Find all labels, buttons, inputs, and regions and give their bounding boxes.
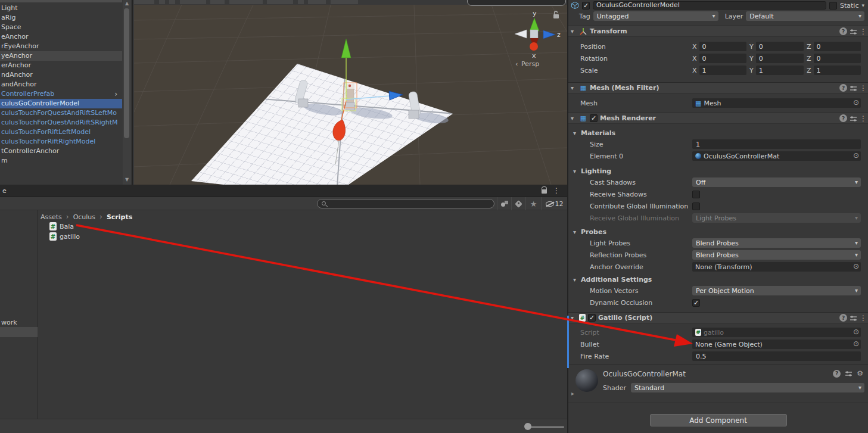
thumbnail-zoom-slider-knob[interactable]: [524, 423, 531, 430]
toolbar-segment[interactable]: [298, 0, 304, 4]
component-menu-icon[interactable]: ⋮: [860, 84, 864, 92]
hierarchy-item[interactable]: ndAnchor: [0, 70, 122, 80]
toolbar-search-field[interactable]: [467, 0, 566, 6]
tag-dropdown[interactable]: Untagged: [593, 11, 718, 21]
hierarchy-item[interactable]: culusTouchForRiftLeftModel: [0, 127, 122, 137]
hierarchy-item[interactable]: culusTouchForRiftRightModel: [0, 137, 122, 147]
receive-shadows-checkbox[interactable]: [692, 191, 700, 198]
component-menu-icon[interactable]: ⋮: [860, 314, 864, 322]
position-y-field[interactable]: 0: [756, 42, 804, 51]
preset-icon[interactable]: [850, 314, 857, 322]
gameobject-name-field[interactable]: OculusGoControllerModel: [593, 1, 826, 10]
toolbar-segment[interactable]: [159, 0, 165, 4]
axis-back-cone[interactable]: [515, 30, 527, 38]
gear-icon[interactable]: ⚙: [857, 369, 863, 378]
hierarchy-item[interactable]: Space: [0, 23, 122, 32]
element0-object-field[interactable]: OculusGoControllerMat ⊙: [692, 151, 861, 161]
object-picker-icon[interactable]: ⊙: [853, 98, 859, 107]
axis-z-cone[interactable]: [543, 30, 555, 39]
hierarchy-item[interactable]: Light: [0, 4, 122, 13]
help-icon[interactable]: ?: [839, 114, 847, 122]
motion-vectors-dropdown[interactable]: Per Object Motion: [692, 286, 861, 295]
toolbar-segment[interactable]: [229, 0, 263, 4]
hidden-items-button[interactable]: 12: [541, 197, 567, 210]
prefab-expand-icon[interactable]: ›: [114, 89, 117, 99]
help-icon[interactable]: ?: [839, 27, 847, 35]
search-by-type-button[interactable]: [497, 197, 511, 210]
foldout-icon[interactable]: ▾: [571, 314, 577, 321]
position-x-field[interactable]: 0: [699, 42, 746, 51]
toolbar-segment[interactable]: [210, 0, 225, 4]
hierarchy-item[interactable]: m: [0, 156, 122, 166]
breadcrumb-folder[interactable]: Oculus: [73, 213, 95, 221]
hierarchy-item[interactable]: tControllerAnchor: [0, 147, 122, 156]
foldout-icon[interactable]: ▾: [571, 85, 577, 91]
folder-item-selected[interactable]: [0, 327, 38, 337]
materials-foldout[interactable]: ▾Materials: [568, 127, 864, 138]
rotation-z-field[interactable]: 0: [814, 54, 861, 63]
project-file-gatillo[interactable]: # gatillo: [49, 232, 80, 241]
anchor-override-field[interactable]: None (Transform) ⊙: [692, 262, 861, 272]
controller-model-left[interactable]: [294, 79, 309, 107]
static-checkbox[interactable]: [829, 2, 837, 10]
hierarchy-item-selected[interactable]: culusGoControllerModel: [0, 99, 122, 108]
object-picker-icon[interactable]: ⊙: [853, 328, 859, 336]
axis-y-cone[interactable]: [530, 18, 539, 31]
rotation-y-field[interactable]: 0: [756, 54, 804, 63]
material-foldout-icon[interactable]: ▸: [571, 390, 574, 397]
axis-hub[interactable]: [530, 30, 538, 38]
help-icon[interactable]: ?: [833, 370, 841, 378]
foldout-icon[interactable]: ▾: [571, 28, 577, 35]
toolbar-segment[interactable]: [180, 0, 206, 4]
hierarchy-item[interactable]: rEyeAnchor: [0, 42, 122, 51]
preset-icon[interactable]: [850, 115, 857, 122]
hierarchy-item[interactable]: yeAnchor: [0, 51, 122, 61]
hierarchy-item[interactable]: eAnchor: [0, 32, 122, 42]
script-enabled-checkbox[interactable]: [588, 314, 596, 322]
search-by-label-button[interactable]: [511, 197, 525, 210]
project-search-input[interactable]: [317, 199, 494, 208]
folder-item-partial[interactable]: work: [1, 319, 17, 326]
scale-y-field[interactable]: 1: [756, 66, 804, 75]
scroll-up-icon[interactable]: ▲: [123, 0, 131, 7]
contribute-gi-checkbox[interactable]: [692, 203, 700, 210]
toolbar-segment[interactable]: [267, 0, 293, 4]
dynamic-occlusion-checkbox[interactable]: [692, 299, 700, 307]
help-icon[interactable]: ?: [839, 314, 847, 322]
axis-x-cone[interactable]: [530, 42, 538, 51]
scene-orientation-gizmo[interactable]: y z x ‹ Persp: [515, 10, 561, 68]
gatillo-script-header[interactable]: ▾ # Gatillo (Script) ? ⋮: [568, 312, 868, 323]
transform-header[interactable]: ▾ Transform ? ⋮: [568, 26, 868, 37]
hierarchy-item[interactable]: culusTouchForQuestAndRiftSLeftMo: [0, 108, 122, 118]
preset-icon[interactable]: [845, 370, 853, 377]
project-file-bala[interactable]: # Bala: [49, 222, 74, 230]
materials-size-field[interactable]: 1: [692, 139, 861, 149]
panel-menu-icon[interactable]: ⋮: [553, 186, 560, 195]
breadcrumb-current[interactable]: Scripts: [107, 213, 132, 221]
toolbar-segment[interactable]: [331, 0, 358, 4]
thumbnail-zoom-slider-track[interactable]: [528, 426, 564, 428]
controller-model-selected[interactable]: [342, 83, 357, 111]
persp-label[interactable]: Persp: [521, 60, 539, 68]
gizmo-y-arrow[interactable]: [341, 39, 351, 58]
toolbar-segment[interactable]: [308, 0, 326, 4]
reflection-probes-dropdown[interactable]: Blend Probes: [692, 250, 861, 260]
mesh-renderer-enabled-checkbox[interactable]: [590, 114, 598, 122]
gizmo-x-arrow[interactable]: [333, 120, 346, 141]
help-icon[interactable]: ?: [839, 84, 847, 92]
add-component-button[interactable]: Add Component: [650, 414, 787, 426]
bullet-object-field[interactable]: None (Game Object) ⊙: [692, 339, 861, 349]
rotation-x-field[interactable]: 0: [699, 54, 746, 63]
mesh-object-field[interactable]: ▦ Mesh ⊙: [692, 98, 861, 108]
probes-foldout[interactable]: ▾Probes: [568, 226, 864, 237]
light-probes-dropdown[interactable]: Blend Probes: [692, 238, 861, 248]
fire-rate-field[interactable]: 0.5: [692, 351, 861, 361]
scrollbar-thumb[interactable]: [124, 8, 129, 138]
hierarchy-item[interactable]: aRig: [0, 13, 122, 23]
scene-lock-icon[interactable]: [553, 14, 559, 18]
object-picker-icon[interactable]: ⊙: [853, 262, 859, 270]
position-z-field[interactable]: 0: [814, 42, 861, 51]
scroll-down-icon[interactable]: ▼: [123, 176, 131, 183]
hierarchy-scrollbar[interactable]: ▲ ▼: [123, 0, 131, 185]
hierarchy-item[interactable]: erAnchor: [0, 61, 122, 70]
